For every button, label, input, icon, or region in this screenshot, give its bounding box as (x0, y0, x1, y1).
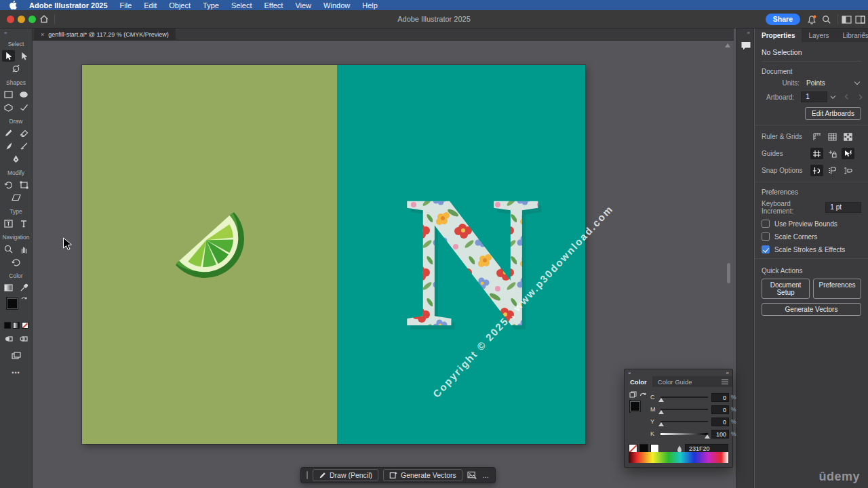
ellipse-tool[interactable] (18, 89, 31, 100)
magenta-slider[interactable] (660, 409, 708, 410)
menu-select[interactable]: Select (231, 1, 252, 9)
document-setup-button[interactable]: Document Setup (762, 279, 810, 299)
more-options-icon[interactable]: … (482, 471, 490, 479)
workspace-switcher-icon[interactable] (842, 16, 852, 24)
none-swatch[interactable] (22, 322, 28, 329)
tab-properties[interactable]: Properties (755, 28, 802, 42)
scale-corners-row[interactable]: Scale Corners (762, 232, 861, 241)
shear-tool[interactable] (9, 192, 22, 203)
generative-media-icon[interactable] (467, 471, 477, 480)
pencil-tool[interactable] (2, 127, 15, 139)
collapse-dock-icon[interactable]: » (863, 30, 865, 36)
artboard[interactable]: N N Copyright © 2025 , www.p30download.c… (82, 65, 585, 444)
artboard-select[interactable]: 1 (801, 92, 827, 102)
document-tab[interactable]: × genfill-start.ai* @ 117.29 % (CMYK/Pre… (34, 28, 176, 41)
hand-tool[interactable] (18, 243, 31, 255)
rectangle-tool[interactable] (2, 89, 15, 100)
previous-artboard-icon[interactable] (845, 94, 850, 100)
search-icon[interactable] (822, 15, 831, 24)
menu-view[interactable]: View (295, 1, 311, 9)
floral-letter-artwork[interactable]: N N (391, 167, 547, 329)
show-guides-icon[interactable] (810, 148, 823, 159)
eraser-tool[interactable] (18, 127, 31, 139)
free-transform-tool[interactable] (18, 179, 31, 190)
touch-type-tool[interactable] (2, 218, 15, 229)
collapse-panel-icon[interactable]: « (726, 370, 729, 376)
scale-strokes-effects-checkbox[interactable] (762, 245, 770, 253)
calligraphy-brush-tool[interactable] (18, 140, 31, 152)
vertical-scrollbar-thumb[interactable] (727, 263, 730, 283)
preferences-button[interactable]: Preferences (813, 279, 861, 299)
scroll-up-arrow[interactable] (725, 43, 730, 47)
tab-layers[interactable]: Layers (802, 28, 835, 42)
notification-bell-icon[interactable] (807, 15, 816, 25)
menu-effect[interactable]: Effect (264, 1, 283, 9)
shaper-tool[interactable] (18, 102, 31, 113)
slider-handle[interactable] (658, 410, 664, 414)
show-rulers-icon[interactable] (810, 131, 823, 142)
type-tool[interactable] (18, 218, 31, 229)
polygon-tool[interactable] (2, 102, 15, 113)
draw-pencil-button[interactable]: Draw (Pencil) (313, 469, 378, 481)
lime-slice-artwork[interactable] (160, 194, 250, 283)
close-tab-icon[interactable]: × (41, 31, 44, 38)
smart-guides-icon[interactable] (842, 148, 854, 159)
comments-panel-icon[interactable] (741, 41, 751, 51)
edit-toolbar-dots[interactable]: ••• (12, 369, 20, 376)
units-dropdown[interactable]: Points (806, 79, 859, 87)
keyboard-increment-input[interactable]: 1 pt (825, 202, 861, 213)
edit-artboards-button[interactable]: Edit Artboards (805, 107, 861, 120)
magenta-value[interactable]: 0 (711, 405, 729, 414)
yellow-slider[interactable] (660, 421, 708, 422)
swap-fill-stroke-icon[interactable] (21, 296, 27, 302)
slider-handle[interactable] (658, 422, 664, 426)
fill-stroke-proxy[interactable] (6, 298, 26, 318)
gradient-swatch[interactable] (13, 322, 20, 329)
fountain-pen-tool[interactable] (9, 153, 22, 165)
show-grid-icon[interactable] (826, 131, 839, 142)
black-value[interactable]: 100 (711, 430, 729, 439)
lock-guides-icon[interactable] (826, 148, 839, 159)
screen-mode-icon[interactable] (9, 350, 22, 361)
expand-dock-icon[interactable]: « (747, 30, 750, 36)
use-preview-bounds-row[interactable]: Use Preview Bounds (762, 220, 861, 228)
tab-color[interactable]: Color (625, 376, 652, 387)
close-panel-icon[interactable]: × (628, 370, 631, 376)
letter-glyph[interactable]: N (403, 167, 540, 329)
zoom-tool[interactable] (2, 243, 15, 255)
rotate-tool[interactable] (2, 179, 15, 190)
magic-wand-tool[interactable] (9, 63, 22, 75)
menu-object[interactable]: Object (169, 1, 191, 9)
tab-color-guide[interactable]: Color Guide (652, 376, 698, 387)
panel-layout-icon[interactable] (855, 16, 865, 24)
gradient-tool[interactable] (2, 282, 15, 293)
apple-logo-icon[interactable] (9, 1, 17, 9)
paintbrush-tool[interactable] (2, 140, 15, 152)
scale-strokes-effects-row[interactable]: Scale Strokes & Effects (762, 245, 861, 253)
slider-handle[interactable] (658, 398, 664, 402)
yellow-value[interactable]: 0 (711, 418, 729, 426)
color-swatch-black[interactable] (4, 322, 11, 329)
collapse-tools-icon[interactable]: « (4, 30, 7, 36)
snap-to-point-icon[interactable] (810, 165, 823, 176)
share-button[interactable]: Share (766, 14, 800, 25)
menu-type[interactable]: Type (203, 1, 219, 9)
snap-to-grid-icon[interactable] (826, 165, 839, 176)
generate-vectors-quick-action-button[interactable]: Generate Vectors (762, 303, 861, 316)
menu-file[interactable]: File (120, 1, 132, 9)
chevron-down-icon[interactable] (831, 94, 836, 99)
black-slider[interactable] (660, 433, 708, 435)
use-preview-bounds-checkbox[interactable] (762, 220, 770, 228)
menu-help[interactable]: Help (362, 1, 378, 9)
direct-selection-tool[interactable] (18, 50, 31, 62)
panel-menu-icon[interactable] (722, 380, 728, 384)
draw-normal-mode-icon[interactable] (2, 333, 15, 344)
copy-appearance-icon[interactable] (629, 391, 637, 398)
fill-black-swatch[interactable] (6, 298, 18, 310)
fill-black-proxy[interactable] (629, 401, 641, 412)
rotate-view-tool[interactable] (9, 256, 22, 268)
color-fill-stroke-proxy[interactable] (629, 401, 650, 421)
slider-handle[interactable] (705, 434, 710, 439)
scale-corners-checkbox[interactable] (762, 232, 770, 241)
generate-vectors-button[interactable]: Generate Vectors (383, 469, 462, 481)
